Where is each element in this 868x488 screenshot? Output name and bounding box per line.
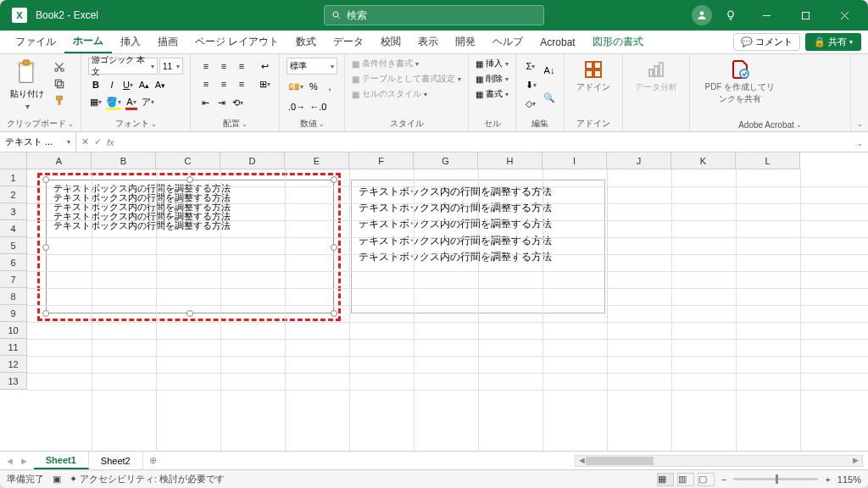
font-color-button[interactable]: A▾: [124, 93, 139, 110]
page-layout-view-icon[interactable]: ▥: [677, 473, 694, 486]
sort-filter-icon[interactable]: A↓: [542, 58, 557, 83]
align-bottom-icon[interactable]: ≡: [233, 58, 250, 75]
resize-handle[interactable]: [331, 176, 337, 183]
font-size-select[interactable]: 11▾: [159, 58, 183, 75]
copy-icon[interactable]: [51, 76, 68, 92]
autosum-icon[interactable]: Σ▾: [523, 58, 538, 75]
format-as-table-button[interactable]: ▦ テーブルとして書式設定 ▾: [352, 73, 461, 85]
resize-handle[interactable]: [186, 176, 193, 183]
italic-button[interactable]: I: [104, 76, 120, 93]
column-header[interactable]: H: [478, 152, 542, 169]
paste-button[interactable]: 貼り付け▾: [7, 58, 47, 113]
sheet-next-icon[interactable]: ►: [19, 456, 29, 466]
column-header[interactable]: G: [414, 152, 478, 169]
zoom-level[interactable]: 115%: [837, 474, 861, 485]
row-header[interactable]: 12: [0, 356, 27, 373]
resize-handle[interactable]: [331, 244, 337, 251]
tab-ファイル[interactable]: ファイル: [7, 30, 64, 53]
bold-button[interactable]: B: [88, 76, 103, 93]
tab-描画[interactable]: 描画: [149, 30, 186, 53]
align-middle-icon[interactable]: ≡: [215, 58, 232, 75]
column-header[interactable]: C: [156, 152, 220, 169]
align-top-icon[interactable]: ≡: [198, 58, 214, 75]
format-painter-icon[interactable]: [51, 93, 68, 108]
number-format-select[interactable]: 標準▾: [287, 58, 337, 75]
spreadsheet-grid[interactable]: ABCDEFGHIJKL 12345678910111213 テキストボックス内…: [0, 152, 868, 451]
fill-icon[interactable]: ⬇▾: [523, 76, 538, 93]
align-left-icon[interactable]: ≡: [198, 75, 214, 92]
add-sheet-button[interactable]: ⊕: [143, 455, 164, 466]
sheet-tab[interactable]: Sheet2: [89, 452, 143, 469]
phonetic-button[interactable]: ア▾: [140, 93, 156, 110]
column-header[interactable]: B: [92, 152, 156, 169]
tab-挿入[interactable]: 挿入: [112, 30, 149, 53]
delete-cells-button[interactable]: ▦ 削除 ▾: [476, 73, 509, 85]
row-header[interactable]: 1: [0, 169, 27, 186]
currency-icon[interactable]: 💴▾: [287, 78, 305, 95]
ribbon-collapse-icon[interactable]: ⌄: [851, 54, 868, 131]
user-avatar[interactable]: [692, 5, 712, 25]
resize-handle[interactable]: [42, 244, 49, 251]
decrease-decimal-icon[interactable]: ←.0: [308, 98, 328, 115]
column-header[interactable]: F: [349, 152, 414, 169]
sheet-prev-icon[interactable]: ◄: [5, 456, 14, 466]
comma-icon[interactable]: ,: [322, 78, 337, 95]
percent-icon[interactable]: %: [306, 78, 321, 95]
border-button[interactable]: ▦▾: [88, 93, 103, 110]
row-header[interactable]: 8: [0, 288, 27, 305]
font-name-select[interactable]: 游ゴシック 本文▾: [88, 58, 158, 75]
comments-button[interactable]: 💬 コメント: [733, 33, 800, 51]
orientation-icon[interactable]: ⟲▾: [230, 94, 245, 111]
create-pdf-button[interactable]: PDF を作成してリンクを共有: [697, 58, 783, 107]
row-header[interactable]: 4: [0, 220, 27, 237]
row-header[interactable]: 5: [0, 237, 27, 254]
lightbulb-icon[interactable]: [717, 2, 744, 29]
horizontal-scrollbar[interactable]: ◄►: [575, 455, 863, 467]
increase-decimal-icon[interactable]: .0→: [287, 98, 307, 115]
cancel-icon[interactable]: ✕: [81, 136, 89, 147]
select-all-corner[interactable]: [0, 152, 27, 169]
addin-button[interactable]: アドイン: [571, 58, 615, 95]
maximize-button[interactable]: [788, 0, 822, 30]
zoom-in-button[interactable]: +: [825, 474, 830, 485]
fx-icon[interactable]: fx: [107, 137, 114, 147]
column-header[interactable]: K: [671, 152, 736, 169]
resize-handle[interactable]: [42, 176, 49, 183]
tab-データ[interactable]: データ: [325, 30, 372, 53]
decrease-font-icon[interactable]: A▾: [153, 76, 168, 93]
accessibility-status[interactable]: ✦ アクセシビリティ: 検討が必要です: [70, 473, 225, 485]
resize-handle[interactable]: [331, 310, 337, 317]
column-header[interactable]: D: [220, 152, 285, 169]
tab-Acrobat[interactable]: Acrobat: [531, 30, 583, 53]
tab-ページ レイアウト[interactable]: ページ レイアウト: [186, 30, 287, 53]
column-header[interactable]: A: [27, 152, 92, 169]
row-header[interactable]: 6: [0, 254, 27, 271]
tab-校閲[interactable]: 校閲: [372, 30, 409, 53]
column-header[interactable]: I: [542, 152, 607, 169]
indent-decrease-icon[interactable]: ⇤: [198, 94, 213, 111]
tab-ホーム[interactable]: ホーム: [64, 30, 112, 53]
tab-数式[interactable]: 数式: [287, 30, 325, 53]
increase-font-icon[interactable]: A▴: [136, 76, 152, 93]
close-button[interactable]: [827, 0, 861, 30]
page-break-view-icon[interactable]: ▢: [698, 473, 715, 486]
share-button[interactable]: 🔒 共有 ▾: [805, 33, 861, 51]
align-center-icon[interactable]: ≡: [215, 75, 232, 92]
name-box[interactable]: テキスト ...▾: [0, 132, 76, 152]
format-cells-button[interactable]: ▦ 書式 ▾: [476, 88, 509, 100]
sheet-tab[interactable]: Sheet1: [34, 452, 89, 469]
fill-color-button[interactable]: 🪣▾: [104, 93, 123, 110]
underline-button[interactable]: U▾: [120, 76, 136, 93]
row-header[interactable]: 11: [0, 339, 27, 356]
clear-icon[interactable]: ◇▾: [523, 95, 538, 112]
column-header[interactable]: L: [736, 152, 800, 169]
tab-図形の書式[interactable]: 図形の書式: [584, 30, 652, 53]
row-header[interactable]: 10: [0, 322, 27, 339]
row-header[interactable]: 2: [0, 186, 27, 203]
indent-increase-icon[interactable]: ⇥: [214, 94, 229, 111]
align-right-icon[interactable]: ≡: [233, 75, 250, 92]
zoom-slider[interactable]: [733, 478, 818, 480]
macro-record-icon[interactable]: ▣: [53, 474, 61, 485]
resize-handle[interactable]: [42, 310, 49, 317]
row-header[interactable]: 9: [0, 305, 27, 322]
